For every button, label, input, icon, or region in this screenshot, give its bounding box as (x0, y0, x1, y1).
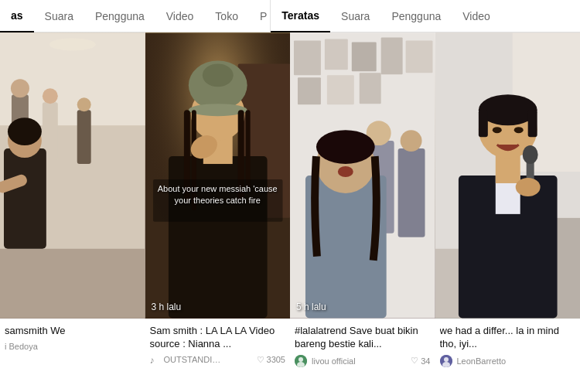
nav-tab-partial-right-edge[interactable]: P (249, 0, 270, 32)
like-count-3: ♡ 34 (411, 356, 430, 366)
video-title-4: we had a differ... la in mind tho, iyi..… (440, 325, 576, 351)
thumb-overlay-2: About your new messiah 'cause your theor… (155, 183, 279, 207)
svg-point-3 (49, 38, 96, 50)
thumbnail-visual-3 (290, 32, 435, 319)
svg-rect-59 (527, 110, 537, 137)
svg-rect-10 (4, 148, 46, 249)
svg-point-47 (299, 357, 303, 362)
heart-icon-2: ♡ (257, 355, 264, 365)
timestamp-3: 5 h lalu (296, 302, 326, 312)
nav-tab-suara-right[interactable]: Suara (330, 0, 380, 32)
like-count-2: ♡ 3305 (257, 355, 285, 365)
svg-rect-31 (325, 39, 348, 70)
author-name-2: OUTSTANDING_... (164, 355, 226, 364)
nav-partial-left[interactable]: as (0, 0, 34, 32)
videos-grid: samsmith We i Bedoya (0, 32, 580, 392)
video-card-1[interactable]: samsmith We i Bedoya (0, 32, 145, 392)
video-meta-3: livou official ♡ 34 (295, 355, 431, 367)
svg-point-64 (515, 178, 540, 196)
svg-point-12 (8, 118, 42, 145)
nav-tab-teratas[interactable]: Teratas (271, 0, 330, 32)
thumbnail-visual-2 (145, 32, 291, 319)
nav-tab-toko-left[interactable]: Toko (204, 0, 249, 32)
svg-point-44 (316, 130, 375, 164)
svg-point-45 (338, 166, 353, 177)
video-info-1: samsmith We i Bedoya (0, 319, 145, 392)
svg-point-66 (444, 357, 449, 362)
nav-tab-pengguna-right[interactable]: Pengguna (380, 0, 452, 32)
video-info-2: Sam smith : LA LA LA Video source : Nian… (145, 319, 291, 392)
nav-tab-pengguna-left[interactable]: Pengguna (84, 0, 155, 32)
svg-rect-2 (0, 249, 145, 319)
timestamp-2: 3 h lalu (152, 302, 182, 312)
svg-rect-32 (352, 42, 377, 71)
svg-point-9 (77, 97, 91, 111)
video-title-3: #lalalatrend Save buat bikin bareng best… (295, 325, 431, 351)
navigation-bar: as Suara Pengguna Video Toko P Teratas S… (0, 0, 580, 32)
video-title-1: samsmith We (5, 325, 141, 338)
svg-point-22 (202, 63, 233, 87)
nav-tab-suara-left[interactable]: Suara (34, 0, 84, 32)
video-meta-4: LeonBarretto (440, 355, 576, 367)
video-card-2[interactable]: About your new messiah 'cause your theor… (145, 32, 291, 392)
thumbnail-visual-4 (435, 32, 581, 319)
video-info-4: we had a differ... la in mind tho, iyi..… (435, 319, 581, 392)
svg-rect-34 (406, 40, 433, 73)
video-thumbnail-1[interactable] (0, 32, 145, 319)
nav-tab-video-right[interactable]: Video (452, 0, 501, 32)
svg-point-61 (513, 127, 523, 133)
svg-rect-33 (381, 37, 403, 74)
video-title-2: Sam smith : LA LA LA Video source : Nian… (150, 325, 286, 351)
video-thumbnail-4[interactable] (435, 32, 581, 319)
video-meta-1: i Bedoya (5, 342, 141, 351)
svg-rect-30 (294, 40, 321, 75)
heart-icon-3: ♡ (411, 356, 418, 366)
svg-rect-36 (327, 75, 354, 104)
svg-rect-8 (77, 110, 91, 164)
svg-rect-58 (478, 110, 487, 137)
thumbnail-visual-1 (0, 32, 145, 319)
content-area: samsmith We i Bedoya (0, 32, 580, 392)
video-info-3: #lalalatrend Save buat bikin bareng best… (290, 319, 435, 392)
video-card-3[interactable]: 5 h lalu #lalalatrend Save buat bikin ba… (290, 32, 435, 392)
music-note-icon: ♪ (150, 355, 159, 364)
svg-point-60 (492, 127, 501, 133)
svg-point-7 (43, 88, 58, 104)
video-thumbnail-3[interactable]: 5 h lalu (290, 32, 435, 319)
nav-tab-video-left[interactable]: Video (155, 0, 205, 32)
svg-point-41 (401, 130, 422, 152)
video-thumbnail-2[interactable]: About your new messiah 'cause your theor… (145, 32, 291, 319)
svg-rect-37 (360, 73, 381, 104)
svg-point-5 (11, 79, 29, 97)
author-name-1: i Bedoya (5, 342, 38, 351)
svg-rect-40 (398, 148, 425, 237)
svg-point-63 (522, 145, 537, 164)
author-name-4: LeonBarretto (457, 356, 507, 366)
author-avatar-3 (295, 355, 307, 367)
video-card-4[interactable]: we had a differ... la in mind tho, iyi..… (435, 32, 581, 392)
video-meta-2: ♪ OUTSTANDING_... ♡ 3305 (150, 355, 286, 365)
author-name-3: livou official (312, 356, 356, 366)
author-avatar-4 (440, 355, 452, 367)
svg-rect-35 (298, 77, 321, 104)
svg-rect-26 (245, 110, 250, 191)
